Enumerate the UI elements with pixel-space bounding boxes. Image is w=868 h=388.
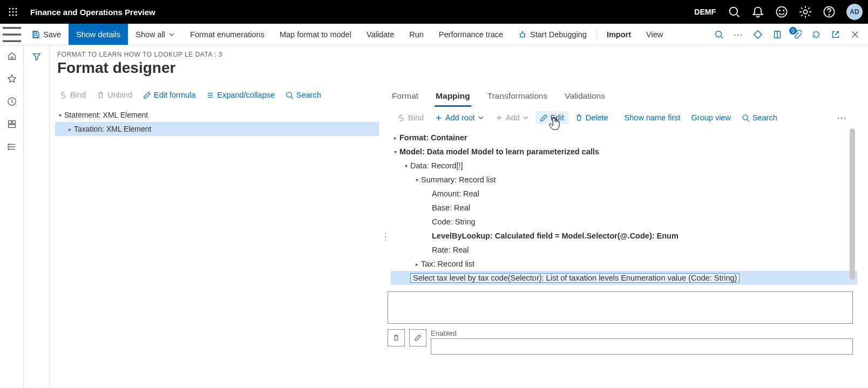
favorites-icon[interactable] bbox=[6, 73, 17, 84]
bind-button[interactable]: Bind bbox=[55, 89, 90, 101]
tab-mapping[interactable]: Mapping bbox=[435, 87, 471, 107]
format-tree-node[interactable]: ▾Statement: XML Element bbox=[55, 108, 379, 122]
add-root-button[interactable]: Add root bbox=[430, 111, 489, 124]
add-button[interactable]: Add bbox=[491, 111, 533, 124]
scrollbar[interactable] bbox=[850, 128, 855, 280]
page-title: Format designer bbox=[50, 59, 868, 84]
svg-point-14 bbox=[803, 10, 807, 13]
formula-textarea[interactable] bbox=[388, 291, 853, 324]
plus-icon bbox=[435, 114, 443, 122]
svg-line-27 bbox=[524, 37, 525, 37]
svg-point-49 bbox=[287, 92, 291, 97]
datasource-tree-node[interactable]: ▾Data: Record[!] bbox=[391, 159, 857, 173]
import-button[interactable]: Import bbox=[599, 24, 639, 45]
svg-point-4 bbox=[12, 11, 14, 13]
svg-point-16 bbox=[829, 15, 829, 15]
show-all-button[interactable]: Show all bbox=[128, 24, 182, 45]
close-icon[interactable] bbox=[845, 24, 865, 45]
datasource-tree-node[interactable]: Code: String bbox=[391, 215, 857, 229]
trash-icon bbox=[97, 91, 105, 99]
svg-point-45 bbox=[8, 149, 9, 150]
left-search-button[interactable]: Search bbox=[281, 89, 326, 101]
recent-icon[interactable] bbox=[6, 96, 17, 107]
modules-icon[interactable] bbox=[6, 141, 17, 152]
datasource-tree-node[interactable]: Amount: Real bbox=[391, 187, 857, 201]
right-more-icon[interactable]: ⋯ bbox=[832, 110, 852, 126]
gear-icon[interactable] bbox=[794, 0, 817, 24]
datasource-tree-node[interactable]: ▾Summary: Record list bbox=[391, 173, 857, 187]
right-bind-button[interactable]: Bind bbox=[393, 111, 428, 124]
debug-icon bbox=[518, 30, 527, 39]
datasource-tree-node[interactable]: LevelByLookup: Calculated field = Model.… bbox=[391, 229, 857, 243]
bell-icon[interactable] bbox=[746, 0, 770, 24]
popout-icon[interactable] bbox=[826, 24, 845, 45]
map-format-to-model-button[interactable]: Map format to model bbox=[272, 24, 359, 45]
company-picker[interactable]: DEMF bbox=[688, 0, 722, 24]
delete-enabled-button[interactable] bbox=[388, 329, 405, 346]
tab-transformations[interactable]: Transformations bbox=[486, 87, 548, 107]
format-tree-node[interactable]: ▸Taxation: XML Element bbox=[55, 122, 379, 136]
right-search-button[interactable]: Search bbox=[737, 111, 782, 124]
tab-format[interactable]: Format bbox=[391, 87, 419, 107]
workspaces-icon[interactable] bbox=[6, 119, 17, 130]
svg-point-6 bbox=[9, 15, 11, 16]
validate-button[interactable]: Validate bbox=[359, 24, 402, 45]
save-button[interactable]: Save bbox=[24, 24, 69, 45]
svg-line-29 bbox=[721, 36, 723, 38]
search-icon[interactable] bbox=[722, 0, 746, 24]
more-commands-icon[interactable]: ⋯ bbox=[729, 24, 748, 45]
svg-point-3 bbox=[9, 11, 11, 13]
expand-collapse-button[interactable]: Expand/collapse bbox=[202, 89, 279, 101]
page-icon[interactable] bbox=[768, 24, 787, 45]
splitter-handle[interactable] bbox=[383, 84, 388, 388]
start-debugging-button[interactable]: Start Debugging bbox=[511, 24, 594, 45]
svg-point-2 bbox=[16, 8, 17, 10]
svg-point-0 bbox=[9, 8, 11, 10]
save-icon bbox=[31, 30, 40, 39]
plus-icon bbox=[495, 114, 503, 122]
datasource-tree-node[interactable]: ▾Model: Data model Model to learn parame… bbox=[391, 145, 857, 159]
svg-line-25 bbox=[525, 34, 526, 35]
datasource-tree-node[interactable]: Base: Real bbox=[391, 201, 857, 215]
svg-rect-21 bbox=[34, 35, 37, 38]
breadcrumb: FORMAT TO LEARN HOW TO LOOKUP LE DATA : … bbox=[50, 51, 868, 59]
smile-icon[interactable] bbox=[770, 0, 794, 24]
attachments-badge: 0 bbox=[789, 27, 797, 35]
tab-validations[interactable]: Validations bbox=[564, 87, 606, 107]
app-launcher[interactable] bbox=[0, 0, 26, 24]
attachments-icon[interactable]: 0 bbox=[787, 24, 806, 45]
svg-point-12 bbox=[779, 10, 780, 11]
format-enumerations-button[interactable]: Format enumerations bbox=[182, 24, 272, 45]
filter-icon[interactable] bbox=[32, 52, 42, 388]
commandbar-search-icon[interactable] bbox=[709, 24, 729, 45]
show-name-first-button[interactable]: Show name first bbox=[620, 111, 685, 124]
svg-rect-39 bbox=[8, 125, 15, 127]
datasource-tree-node[interactable]: ▸Tax: Record list bbox=[391, 257, 857, 271]
svg-line-24 bbox=[519, 34, 520, 35]
refresh-icon[interactable] bbox=[806, 24, 826, 45]
diamond-icon[interactable] bbox=[748, 24, 768, 45]
home-icon[interactable] bbox=[6, 51, 17, 62]
show-details-button[interactable]: Show details bbox=[69, 24, 128, 45]
edit-button[interactable]: Edit bbox=[535, 111, 568, 124]
view-button[interactable]: View bbox=[639, 24, 670, 45]
help-icon[interactable] bbox=[817, 0, 841, 24]
performance-trace-button[interactable]: Performance trace bbox=[431, 24, 511, 45]
link-icon bbox=[397, 114, 405, 122]
group-view-button[interactable]: Group view bbox=[687, 111, 735, 124]
datasource-tree-node[interactable]: Select tax level by tax code(Selector): … bbox=[391, 271, 857, 285]
enabled-input[interactable] bbox=[431, 338, 853, 355]
svg-point-11 bbox=[776, 6, 786, 17]
edit-enabled-button[interactable] bbox=[409, 329, 426, 346]
datasource-tree-node[interactable]: Rate: Real bbox=[391, 243, 857, 257]
user-avatar[interactable]: AD bbox=[841, 0, 868, 24]
hamburger-icon[interactable] bbox=[0, 23, 24, 46]
run-button[interactable]: Run bbox=[402, 24, 431, 45]
unbind-button[interactable]: Unbind bbox=[92, 89, 137, 101]
svg-line-50 bbox=[291, 97, 293, 99]
datasource-tree-node[interactable]: ▸Format: Container bbox=[391, 131, 857, 145]
svg-rect-38 bbox=[12, 121, 15, 124]
delete-button[interactable]: Delete bbox=[571, 111, 613, 124]
edit-formula-button[interactable]: Edit formula bbox=[139, 89, 200, 101]
svg-point-44 bbox=[8, 146, 9, 147]
